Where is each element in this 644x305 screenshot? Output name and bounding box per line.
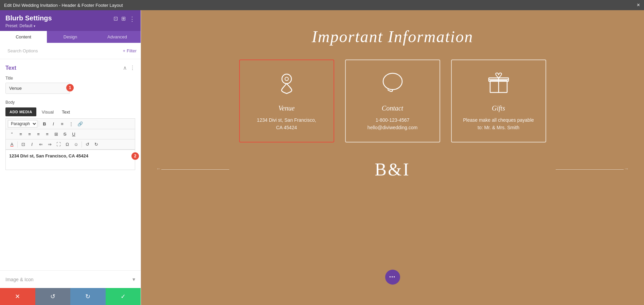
tab-advanced[interactable]: Advanced — [94, 31, 141, 43]
panel-tabs: Content Design Advanced — [0, 31, 141, 43]
editor-content-wrapper: 1234 Divi st, San Francisco, CA 45424 2 — [5, 150, 135, 170]
italic-button[interactable]: I — [49, 120, 57, 128]
unordered-list-button[interactable]: ≡ — [58, 120, 66, 128]
link-button[interactable]: 🔗 — [76, 120, 85, 128]
italic2-button[interactable]: I — [28, 141, 36, 148]
search-bar: + Filter — [0, 43, 141, 59]
left-panel: Blurb Settings ⊡ ⊞ ⋮ Preset: Default ▾ C… — [0, 10, 141, 305]
underline-button[interactable]: U — [70, 131, 78, 138]
undo-editor-button[interactable]: ↺ — [83, 141, 91, 148]
redo-editor-button[interactable]: ↻ — [92, 141, 100, 148]
text-section-header: Text ∧ ⋮ — [5, 65, 135, 71]
panel-icon-resize2[interactable]: ⊞ — [121, 15, 126, 23]
align-left-button[interactable]: ≡ — [17, 131, 25, 138]
contact-icon — [381, 70, 405, 98]
text-collapse-icon[interactable]: ∧ — [123, 65, 127, 71]
venue-line2: CA 45424 — [276, 125, 297, 130]
body-section: Body ADD MEDIA Visual Text Paragraph B I… — [5, 100, 135, 170]
contact-phone: 1-800-123-4567 — [376, 117, 410, 123]
editor-toolbar-top: ADD MEDIA Visual Text — [5, 107, 135, 116]
floating-action-button[interactable]: ••• — [385, 270, 400, 285]
bottom-preview: B&I — [141, 149, 644, 190]
cards-row: Venue 1234 Divi st, San Francisco, CA 45… — [141, 60, 644, 142]
panel-icon-more[interactable]: ⋮ — [129, 15, 135, 23]
editor-content[interactable]: 1234 Divi st, San Francisco, CA 45424 — [5, 150, 135, 170]
title-field-wrapper: Title 1 — [5, 76, 70, 99]
venue-icon — [275, 70, 299, 98]
text-section-title: Text — [5, 65, 16, 71]
preset-label: Preset: Default — [5, 23, 32, 28]
special-chars-button[interactable]: Ω — [63, 141, 71, 148]
strikethrough-button[interactable]: S — [61, 131, 69, 138]
panel-content: Text ∧ ⋮ Title 1 Body ADD MEDIA Visua — [0, 59, 141, 270]
image-icon-label: Image & Icon — [5, 277, 34, 282]
filter-label: Filter — [127, 48, 137, 53]
tab-design[interactable]: Design — [47, 31, 94, 43]
ltr-button[interactable]: ⇒ — [46, 141, 54, 148]
editor-text-bold: 1234 Divi st, San Francisco, CA 45424 — [9, 153, 88, 158]
search-input[interactable] — [4, 46, 120, 56]
filter-button[interactable]: + Filter — [123, 48, 137, 53]
add-media-button[interactable]: ADD MEDIA — [5, 107, 36, 116]
close-icon[interactable]: × — [637, 2, 640, 8]
align-justify-button[interactable]: ≡ — [43, 131, 51, 138]
contact-card-title: Contact — [382, 104, 403, 112]
ordered-list-button[interactable]: ⋮ — [67, 120, 75, 128]
redo-button[interactable]: ↻ — [70, 288, 106, 305]
divider2 — [17, 141, 18, 148]
body-label: Body — [5, 100, 135, 105]
tab-content[interactable]: Content — [0, 31, 47, 43]
rtl-button[interactable]: ⇐ — [37, 141, 45, 148]
venue-card: Venue 1234 Divi st, San Francisco, CA 45… — [239, 60, 334, 142]
align-center-button[interactable]: ≡ — [25, 131, 34, 138]
contact-card-text: 1-800-123-4567 hello@diviwedding.com — [368, 116, 417, 132]
text-color-button[interactable]: A — [8, 141, 16, 148]
indent-button[interactable]: ⊡ — [19, 141, 27, 148]
fullscreen-button[interactable]: ⛶ — [54, 141, 62, 148]
table-button[interactable]: ⊞ — [52, 131, 60, 138]
gifts-card-title: Gifts — [492, 104, 505, 112]
paragraph-select[interactable]: Paragraph — [8, 120, 37, 128]
venue-card-text: 1234 Divi st, San Francisco, CA 45424 — [257, 116, 316, 132]
contact-email: hello@diviwedding.com — [368, 125, 417, 130]
main-layout: Blurb Settings ⊡ ⊞ ⋮ Preset: Default ▾ C… — [0, 10, 644, 305]
bottom-line-right — [556, 169, 624, 170]
text-more-icon[interactable]: ⋮ — [130, 65, 135, 71]
save-button[interactable]: ✓ — [106, 288, 141, 305]
monogram: B&I — [375, 159, 410, 180]
title-bar: Edit Divi Wedding Invitation - Header & … — [0, 0, 644, 10]
badge-1: 1 — [66, 84, 74, 91]
title-input[interactable] — [5, 83, 70, 94]
divider3 — [82, 141, 82, 148]
editor-toolbar-row3: A ⊡ I ⇐ ⇒ ⛶ Ω ☺ ↺ ↻ — [5, 139, 135, 150]
blockquote-button[interactable]: " — [8, 131, 16, 138]
undo-button[interactable]: ↺ — [35, 288, 71, 305]
text-mode-button[interactable]: Text — [59, 108, 73, 116]
title-field-label: Title — [5, 76, 70, 81]
bold-button[interactable]: B — [40, 120, 49, 128]
badge-2: 2 — [131, 152, 139, 160]
preview-heading: Important Information — [312, 27, 473, 46]
cancel-button[interactable]: ✕ — [0, 288, 35, 305]
image-icon-arrow: ▾ — [132, 276, 135, 283]
panel-title: Blurb Settings — [5, 14, 52, 22]
preview-area: Important Information Venue 1234 Divi st… — [141, 10, 644, 305]
bottom-bar: ✕ ↺ ↻ ✓ — [0, 288, 141, 305]
gifts-line2: to: Mr. & Mrs. Smith — [478, 125, 519, 130]
visual-mode-button[interactable]: Visual — [39, 108, 56, 116]
preset-row[interactable]: Preset: Default ▾ — [5, 23, 135, 28]
editor-toolbar-row2: " ≡ ≡ ≡ ≡ ⊞ S U — [5, 129, 135, 139]
svg-point-0 — [282, 74, 291, 84]
venue-card-title: Venue — [279, 104, 295, 112]
window-title: Edit Divi Wedding Invitation - Header & … — [4, 3, 123, 8]
image-icon-section[interactable]: Image & Icon ▾ — [0, 270, 141, 288]
contact-card: Contact 1-800-123-4567 hello@diviwedding… — [345, 60, 440, 142]
gifts-card-text: Please make all cheques payable to: Mr. … — [463, 116, 534, 132]
svg-point-2 — [383, 73, 402, 90]
gifts-icon — [487, 70, 511, 98]
preset-dropdown-icon: ▾ — [34, 24, 35, 28]
panel-icon-resize1[interactable]: ⊡ — [113, 15, 118, 23]
align-right-button[interactable]: ≡ — [34, 131, 42, 138]
emoji-button[interactable]: ☺ — [72, 141, 80, 148]
svg-point-1 — [285, 77, 288, 81]
